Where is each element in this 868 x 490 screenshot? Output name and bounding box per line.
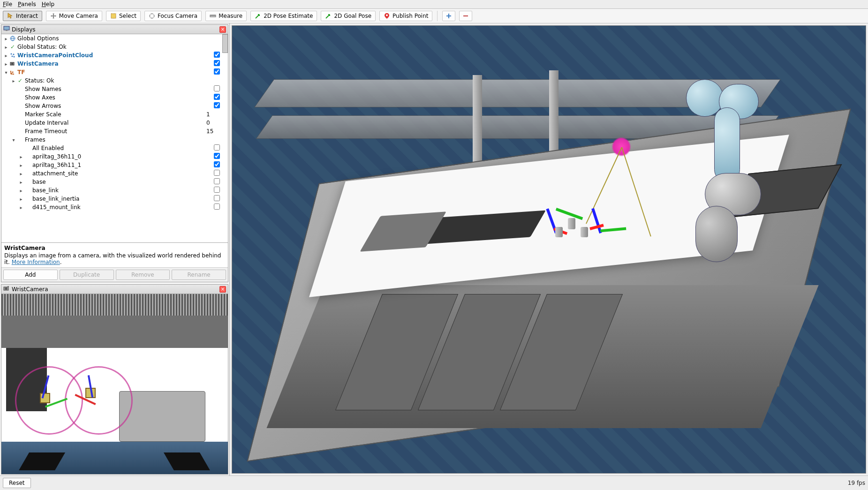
tree-checkbox[interactable] xyxy=(214,170,220,176)
more-info-link[interactable]: More Information xyxy=(12,259,60,265)
tree-checkbox[interactable] xyxy=(214,102,220,108)
menu-help[interactable]: Help xyxy=(42,1,54,8)
svg-rect-0 xyxy=(111,14,116,18)
reset-button[interactable]: Reset xyxy=(3,478,31,488)
interact-button[interactable]: Interact xyxy=(3,11,42,21)
tree-row[interactable]: ▸attachment_site xyxy=(1,169,228,178)
measure-button[interactable]: Measure xyxy=(205,11,247,21)
expand-arrow-icon[interactable]: ▸ xyxy=(18,180,24,185)
tree-checkbox[interactable] xyxy=(214,60,220,66)
close-displays-button[interactable]: × xyxy=(219,26,226,33)
publish-point-button[interactable]: Publish Point xyxy=(379,11,432,21)
tree-checkbox[interactable] xyxy=(214,68,220,75)
svg-rect-15 xyxy=(8,286,9,287)
rename-button[interactable]: Rename xyxy=(172,270,226,280)
description-title: WristCamera xyxy=(4,245,225,251)
add-tool-button[interactable] xyxy=(442,11,455,21)
tree-row[interactable]: All Enabled xyxy=(1,144,228,152)
monitor-icon xyxy=(3,26,10,33)
tree-label: attachment_site xyxy=(31,170,214,177)
main-3d-view[interactable] xyxy=(232,25,866,474)
tree-checkbox[interactable] xyxy=(214,153,220,159)
tree-row[interactable]: ▸base_link xyxy=(1,186,228,195)
tree-checkbox[interactable] xyxy=(214,187,220,193)
expand-arrow-icon[interactable]: ▸ xyxy=(3,61,9,67)
tree-row[interactable]: ▸base xyxy=(1,178,228,186)
tree-row[interactable]: Frame Timeout15 xyxy=(1,127,228,136)
tree-item-icon xyxy=(9,53,16,58)
expand-arrow-icon[interactable]: ▸ xyxy=(3,45,9,50)
tree-row[interactable]: ▾Frames xyxy=(1,136,228,144)
expand-arrow-icon[interactable]: ▸ xyxy=(18,163,24,168)
robot-arm xyxy=(667,79,752,239)
wrist-camera-view[interactable] xyxy=(1,294,228,474)
tree-row[interactable]: Show Axes xyxy=(1,93,228,102)
svg-point-3 xyxy=(386,15,388,16)
remove-tool-button[interactable] xyxy=(459,11,472,21)
expand-arrow-icon[interactable]: ▸ xyxy=(3,53,9,58)
focus-camera-button[interactable]: Focus Camera xyxy=(144,11,202,21)
tree-row[interactable]: ▸base_link_inertia xyxy=(1,195,228,203)
displays-tree[interactable]: ▸Global Options▸✓Global Status: Ok▸Wrist… xyxy=(1,34,228,242)
left-column: Displays × ▸Global Options▸✓Global Statu… xyxy=(0,23,230,475)
expand-arrow-icon[interactable]: ▸ xyxy=(18,171,24,176)
add-button[interactable]: Add xyxy=(3,270,58,280)
tree-row[interactable]: ▸✓Global Status: Ok xyxy=(1,43,228,51)
expand-arrow-icon[interactable]: ▸ xyxy=(18,154,24,159)
expand-arrow-icon[interactable]: ▾ xyxy=(3,70,9,75)
tree-row[interactable]: ▸Global Options xyxy=(1,34,228,43)
displays-title: Displays xyxy=(12,26,35,33)
tree-row[interactable]: Show Arrows xyxy=(1,102,228,110)
tree-label: Update Interval xyxy=(24,120,204,126)
scrollbar[interactable] xyxy=(222,34,228,53)
tree-item-icon xyxy=(9,61,16,66)
tree-label: Marker Scale xyxy=(24,111,204,118)
tree-checkbox[interactable] xyxy=(214,85,220,91)
menu-panels[interactable]: Panels xyxy=(18,1,36,8)
tree-row[interactable]: ▾TF xyxy=(1,68,228,76)
tree-checkbox[interactable] xyxy=(214,195,220,201)
minus-icon xyxy=(462,13,469,19)
tree-row[interactable]: Update Interval0 xyxy=(1,119,228,127)
pose-estimate-button[interactable]: 2D Pose Estimate xyxy=(250,11,317,21)
expand-arrow-icon[interactable]: ▾ xyxy=(11,137,16,143)
svg-rect-4 xyxy=(4,26,9,30)
tree-label: apriltag_36h11_1 xyxy=(31,162,214,168)
move-camera-button[interactable]: Move Camera xyxy=(46,11,102,21)
expand-arrow-icon[interactable]: ▸ xyxy=(18,188,24,193)
arrow-green-icon xyxy=(325,13,332,19)
expand-arrow-icon[interactable]: ▸ xyxy=(11,78,16,83)
tree-checkbox[interactable] xyxy=(214,161,220,167)
tree-row[interactable]: Show Names xyxy=(1,85,228,93)
close-wrist-camera-button[interactable]: × xyxy=(219,286,226,293)
expand-arrow-icon[interactable]: ▸ xyxy=(18,196,24,202)
expand-arrow-icon[interactable]: ▸ xyxy=(18,205,24,210)
tree-label: Frame Timeout xyxy=(24,128,204,135)
tree-checkbox[interactable] xyxy=(214,94,220,100)
tree-row[interactable]: ▸✓Status: Ok xyxy=(1,76,228,85)
tree-row[interactable]: ▸d415_mount_link xyxy=(1,203,228,211)
tree-checkbox[interactable] xyxy=(214,178,220,184)
plus-icon xyxy=(445,13,452,19)
tree-row[interactable]: Marker Scale1 xyxy=(1,110,228,119)
tree-row[interactable]: ▸apriltag_36h11_0 xyxy=(1,152,228,161)
tree-checkbox[interactable] xyxy=(214,52,220,58)
menubar: File Panels Help xyxy=(0,0,868,9)
duplicate-button[interactable]: Duplicate xyxy=(60,270,114,280)
wrist-camera-header[interactable]: WristCamera × xyxy=(1,285,228,294)
tree-row[interactable]: ▸WristCameraPointCloud xyxy=(1,51,228,60)
description-body: Displays an image from a camera, with th… xyxy=(4,252,225,265)
tree-row[interactable]: ▸apriltag_36h11_1 xyxy=(1,161,228,169)
tree-row[interactable]: ▸WristCamera xyxy=(1,60,228,68)
menu-file[interactable]: File xyxy=(3,1,12,8)
tree-label: Frames xyxy=(24,136,228,143)
goal-pose-button[interactable]: 2D Goal Pose xyxy=(321,11,376,21)
tree-value: 1 xyxy=(204,111,228,118)
svg-rect-5 xyxy=(6,30,8,31)
displays-panel-header[interactable]: Displays × xyxy=(1,25,228,34)
tree-checkbox[interactable] xyxy=(214,204,220,210)
expand-arrow-icon[interactable]: ▸ xyxy=(3,36,9,41)
tree-checkbox[interactable] xyxy=(214,144,220,151)
remove-button[interactable]: Remove xyxy=(116,270,170,280)
select-button[interactable]: Select xyxy=(106,11,141,21)
